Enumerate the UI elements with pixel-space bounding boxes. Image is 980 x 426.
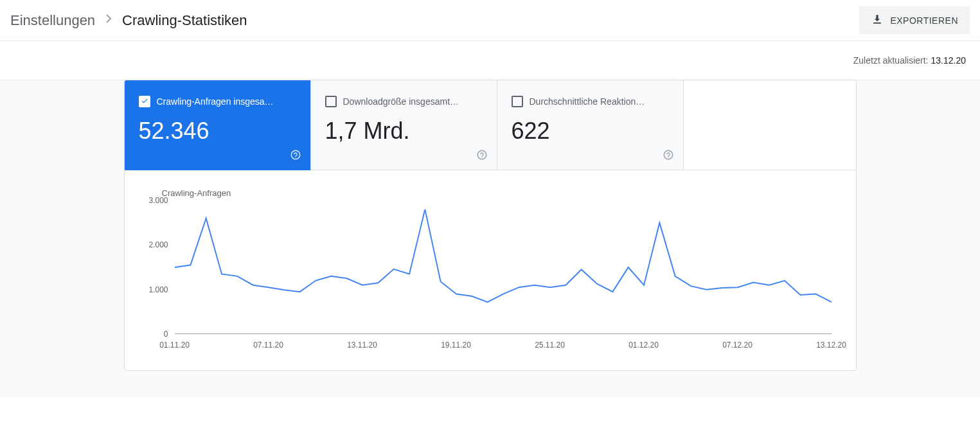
checkbox-icon bbox=[139, 96, 150, 107]
x-axis-tick: 13.12.20 bbox=[816, 341, 846, 350]
tab-avg-response-time[interactable]: Durchschnittliche Reaktion… 622 bbox=[497, 80, 684, 170]
help-icon[interactable] bbox=[663, 149, 674, 163]
last-updated-label: Zuletzt aktualisiert: bbox=[853, 55, 929, 66]
help-icon[interactable] bbox=[290, 149, 301, 163]
tab-total-download-size[interactable]: Downloadgröße insgesamt… 1,7 Mrd. bbox=[311, 80, 497, 170]
x-axis-tick: 07.12.20 bbox=[722, 341, 753, 350]
export-button-label: EXPORTIEREN bbox=[890, 15, 958, 26]
chart-area: Crawling-Anfragen 01.0002.0003.000 01.11… bbox=[125, 170, 856, 370]
x-axis-tick: 01.12.20 bbox=[628, 341, 659, 350]
last-updated-date: 13.12.20 bbox=[931, 55, 967, 66]
tab-total-crawling-requests[interactable]: Crawling-Anfragen insgesa… 52.346 bbox=[125, 80, 311, 170]
tab-value: 1,7 Mrd. bbox=[325, 118, 483, 145]
y-axis-tick: 0 bbox=[164, 330, 168, 339]
x-axis-tick: 13.11.20 bbox=[347, 341, 377, 350]
checkbox-icon bbox=[325, 96, 337, 107]
checkmark-icon bbox=[141, 96, 148, 107]
line-chart: 01.0002.0003.000 01.11.2007.11.2013.11.2… bbox=[139, 200, 838, 355]
y-axis-tick: 2.000 bbox=[148, 240, 168, 249]
download-icon bbox=[871, 13, 884, 28]
breadcrumb: Einstellungen Crawling-Statistiken bbox=[10, 12, 247, 29]
export-button[interactable]: EXPORTIEREN bbox=[859, 6, 970, 34]
tab-label: Crawling-Anfragen insgesa… bbox=[157, 96, 274, 107]
chart-title: Crawling-Anfragen bbox=[162, 188, 838, 198]
tab-value: 622 bbox=[512, 118, 669, 145]
chevron-right-icon bbox=[105, 13, 112, 27]
tab-label: Downloadgröße insgesamt… bbox=[343, 96, 459, 107]
y-axis-tick: 3.000 bbox=[148, 196, 168, 205]
page-title: Crawling-Statistiken bbox=[122, 12, 247, 29]
checkbox-icon bbox=[512, 96, 523, 107]
x-axis-tick: 19.11.20 bbox=[441, 341, 471, 350]
metric-tabs: Crawling-Anfragen insgesa… 52.346 Downlo… bbox=[125, 80, 856, 170]
x-axis-tick: 07.11.20 bbox=[253, 341, 283, 350]
x-axis-tick: 01.11.20 bbox=[159, 341, 190, 350]
header: Einstellungen Crawling-Statistiken EXPOR… bbox=[0, 0, 980, 41]
breadcrumb-parent-link[interactable]: Einstellungen bbox=[10, 12, 95, 29]
tab-label: Durchschnittliche Reaktion… bbox=[530, 96, 645, 107]
y-axis-tick: 1.000 bbox=[148, 285, 168, 294]
x-axis-tick: 25.11.20 bbox=[535, 341, 565, 350]
help-icon[interactable] bbox=[476, 149, 488, 163]
crawl-stats-card: Crawling-Anfragen insgesa… 52.346 Downlo… bbox=[124, 80, 857, 371]
tab-value: 52.346 bbox=[139, 118, 296, 145]
last-updated-bar: Zuletzt aktualisiert: 13.12.20 bbox=[0, 41, 980, 80]
